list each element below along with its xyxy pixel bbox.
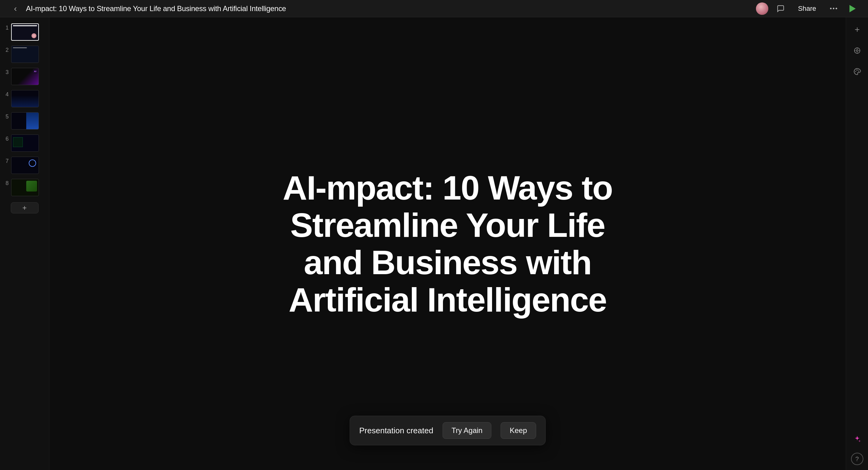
back-button[interactable]: ‹	[10, 3, 21, 14]
slide-thumbnail	[11, 90, 39, 107]
comments-button[interactable]	[774, 2, 787, 15]
presentation-title: AI-mpact: 10 Ways to Streamline Your Lif…	[26, 4, 286, 13]
try-again-button[interactable]: Try Again	[443, 422, 492, 439]
slide-number: 8	[2, 179, 9, 187]
slide-item[interactable]: 1	[0, 22, 49, 42]
slide-item[interactable]: 3	[0, 67, 49, 86]
ai-sparkle-button[interactable]	[850, 432, 865, 446]
topbar-left: ‹ AI-mpact: 10 Ways to Streamline Your L…	[10, 3, 750, 14]
svg-point-10	[857, 70, 858, 71]
slide-content: AI-mpact: 10 Ways to Streamline Your Lif…	[262, 169, 633, 318]
palette-button[interactable]	[850, 64, 865, 79]
share-button[interactable]: Share	[793, 3, 821, 14]
slide-number: 1	[2, 24, 9, 31]
help-icon: ?	[855, 456, 859, 463]
topbar-right: Share	[756, 2, 858, 15]
target-button[interactable]	[850, 43, 865, 58]
avatar[interactable]	[756, 2, 768, 15]
slide-number: 6	[2, 134, 9, 142]
slide-thumbnail	[11, 179, 39, 196]
play-icon	[849, 5, 856, 12]
more-dots-icon	[830, 8, 837, 9]
slide-main-title: AI-mpact: 10 Ways to Streamline Your Lif…	[262, 169, 633, 318]
slide-thumbnail	[11, 24, 39, 41]
slide-item[interactable]: 5	[0, 111, 49, 131]
slide-number: 3	[2, 68, 9, 75]
toast-message: Presentation created	[359, 426, 433, 435]
slide-thumbnail	[11, 46, 39, 63]
more-options-button[interactable]	[827, 2, 840, 15]
keep-button[interactable]: Keep	[501, 422, 536, 439]
slide-item[interactable]: 2	[0, 44, 49, 64]
add-element-button[interactable]	[850, 22, 865, 37]
slide-thumbnail	[11, 68, 39, 85]
slide-number: 7	[2, 157, 9, 164]
svg-point-11	[858, 71, 859, 72]
slide-thumbnail	[11, 134, 39, 152]
slide-thumbnail	[11, 112, 39, 130]
slide-item[interactable]: 6	[0, 133, 49, 153]
slide-number: 4	[2, 90, 9, 98]
help-button[interactable]: ?	[851, 453, 863, 465]
slide-number: 2	[2, 46, 9, 53]
slide-item[interactable]: 7	[0, 156, 49, 175]
slide-item[interactable]: 4	[0, 89, 49, 108]
slide-canvas: AI-mpact: 10 Ways to Streamline Your Lif…	[50, 17, 846, 470]
right-toolbar: ?	[846, 17, 868, 470]
svg-point-8	[855, 71, 856, 72]
slide-thumbnail	[11, 157, 39, 174]
slide-item[interactable]: 8	[0, 178, 49, 197]
topbar: ‹ AI-mpact: 10 Ways to Streamline Your L…	[0, 0, 868, 17]
main-content: 1 2 3 4 5 6 7 8	[0, 17, 868, 470]
presentation-created-toast: Presentation created Try Again Keep	[350, 416, 546, 445]
canvas-area: AI-mpact: 10 Ways to Streamline Your Lif…	[50, 17, 846, 470]
svg-point-9	[856, 70, 857, 71]
avatar-image	[756, 2, 768, 15]
slide-panel: 1 2 3 4 5 6 7 8	[0, 17, 50, 470]
play-button[interactable]	[846, 2, 858, 15]
slide-number: 5	[2, 112, 9, 120]
add-slide-button[interactable]: +	[11, 202, 39, 213]
svg-point-3	[856, 49, 858, 52]
